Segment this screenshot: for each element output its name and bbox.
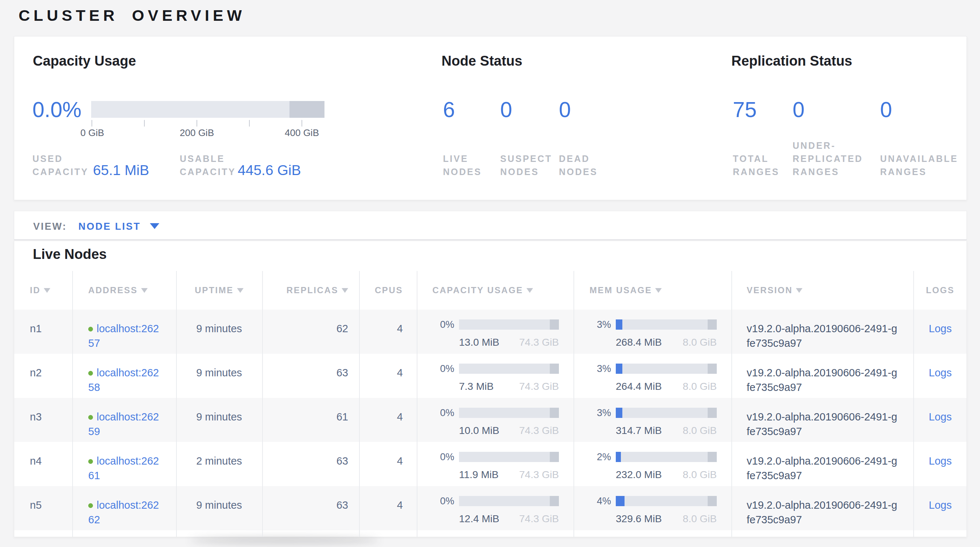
used-capacity-label-line2: CAPACITY	[32, 167, 89, 177]
mem-total-value: 8.0 GiB	[683, 423, 717, 438]
node-version: v19.2.0-alpha.20190606-2491-gfe735c9a97	[731, 486, 913, 530]
column-header-cpus[interactable]: CPUS	[359, 271, 417, 310]
node-logs-cell: Logs	[913, 442, 967, 486]
axis-tick-label: 400 GiB	[285, 127, 319, 138]
meter-reserved-segment	[550, 320, 559, 330]
column-header-capacity-usage[interactable]: CAPACITY USAGE	[417, 271, 573, 310]
node-logs-cell: Logs	[913, 310, 967, 354]
scroll-shadow	[189, 537, 379, 543]
node-logs-cell: Logs	[913, 354, 967, 398]
capacity-usage-heading: Capacity Usage	[33, 54, 136, 68]
node-cpus: 4	[359, 398, 417, 442]
mem-total-value: 8.0 GiB	[683, 379, 717, 394]
page-title: CLUSTER OVERVIEW	[19, 6, 245, 24]
column-header-id[interactable]: ID	[14, 271, 72, 310]
column-header-address[interactable]: ADDRESS	[72, 271, 176, 310]
capacity-usage-meter	[459, 452, 559, 462]
node-address-cell: localhost:26259	[72, 398, 176, 442]
axis-tick	[302, 120, 302, 127]
node-address-cell: localhost:26258	[72, 354, 176, 398]
sort-desc-icon	[237, 288, 243, 293]
logs-link[interactable]: Logs	[929, 367, 952, 378]
node-uptime: 9 minutes	[176, 398, 262, 442]
node-status-heading: Node Status	[442, 54, 522, 68]
column-header-label: MEM USAGE	[590, 285, 652, 296]
column-header-label: UPTIME	[195, 285, 233, 296]
column-header-uptime[interactable]: UPTIME	[176, 271, 262, 310]
axis-tick	[249, 120, 250, 127]
node-logs-cell: Logs	[913, 398, 967, 442]
live-nodes-panel: Live Nodes ID ADDRESS UPTIME REPLICAS	[14, 241, 967, 537]
suspect-nodes-label: SUSPECT	[500, 154, 552, 163]
capacity-bar-reserved-segment	[290, 101, 325, 118]
view-dropdown[interactable]: NODE LIST	[78, 221, 141, 232]
used-capacity-label-line1: USED	[32, 154, 63, 163]
node-cpus: 4	[359, 310, 417, 354]
column-header-label: ID	[30, 285, 40, 296]
meter-reserved-segment	[708, 496, 717, 506]
usable-capacity-label-line2: CAPACITY	[180, 167, 236, 177]
node-cpus: 4	[359, 486, 417, 530]
meter-fill	[616, 496, 625, 506]
meter-reserved-segment	[708, 408, 717, 418]
capacity-total-value: 74.3 GiB	[519, 423, 559, 438]
meter-reserved-segment	[708, 364, 717, 374]
total-ranges-label: RANGES	[733, 167, 780, 177]
summary-card: Capacity Usage 0.0% 0 GiB 200 GiB 400 Gi…	[14, 36, 967, 200]
meter-reserved-segment	[550, 408, 559, 418]
node-address-link[interactable]: localhost:26262	[88, 499, 159, 525]
column-header-label: CPUS	[375, 285, 403, 296]
capacity-percent-label: 0%	[433, 450, 459, 464]
meter-reserved-segment	[708, 452, 717, 462]
mem-usage-cell: 3% 264.4 MiB8.0 GiB	[573, 354, 731, 398]
under-replicated-ranges-label: REPLICATED	[792, 154, 863, 163]
mem-total-value: 8.0 GiB	[683, 512, 717, 526]
view-label: VIEW:	[33, 221, 67, 232]
mem-used-value: 268.4 MiB	[616, 335, 662, 350]
column-header-logs: LOGS	[913, 271, 967, 310]
live-status-dot-icon	[88, 415, 93, 420]
node-address-link[interactable]: localhost:26259	[88, 411, 159, 437]
capacity-percent-label: 0%	[433, 405, 459, 420]
node-address-link[interactable]: localhost:26261	[88, 455, 159, 481]
logs-link[interactable]: Logs	[929, 411, 952, 423]
node-id: n5	[14, 486, 72, 530]
node-address-link[interactable]: localhost:26257	[88, 323, 159, 349]
mem-percent-label: 3%	[590, 361, 616, 376]
mem-used-value: 329.6 MiB	[616, 512, 662, 526]
total-ranges-label: TOTAL	[733, 154, 769, 163]
column-header-label: ADDRESS	[88, 285, 138, 296]
logs-link[interactable]: Logs	[929, 323, 952, 334]
table-row: n2 localhost:26258 9 minutes 63 4 0% 7.3…	[14, 354, 967, 398]
mem-usage-meter	[616, 364, 717, 374]
node-address-cell: localhost:26261	[72, 442, 176, 486]
axis-tick-label: 200 GiB	[180, 127, 214, 138]
meter-fill	[616, 452, 621, 462]
column-header-version[interactable]: VERSION	[731, 271, 913, 310]
logs-link[interactable]: Logs	[929, 499, 952, 511]
node-replicas: 62	[262, 310, 359, 354]
node-address-cell: localhost:26262	[72, 486, 176, 530]
node-address-link[interactable]: localhost:26258	[88, 367, 159, 393]
capacity-usage-meter	[459, 496, 559, 506]
dead-nodes-label: DEAD	[559, 154, 590, 163]
table-row: n4 localhost:26261 2 minutes 63 4 0% 11.…	[14, 442, 967, 486]
column-header-replicas[interactable]: REPLICAS	[262, 271, 359, 310]
capacity-total-value: 74.3 GiB	[519, 335, 559, 350]
mem-usage-meter	[616, 320, 717, 330]
node-version: v19.2.0-alpha.20190606-2491-gfe735c9a97	[731, 354, 913, 398]
usable-capacity-label-line1: USABLE	[180, 154, 225, 163]
capacity-percent-label: 0%	[433, 494, 459, 508]
meter-reserved-segment	[708, 320, 717, 330]
logs-link[interactable]: Logs	[929, 455, 952, 467]
column-header-mem-usage[interactable]: MEM USAGE	[573, 271, 731, 310]
capacity-used-value: 13.0 MiB	[459, 335, 500, 350]
chevron-down-icon[interactable]	[150, 223, 159, 229]
live-nodes-heading: Live Nodes	[33, 247, 107, 261]
usable-capacity-value: 445.6 GiB	[238, 163, 301, 177]
table-row: n3 localhost:26259 9 minutes 61 4 0% 10.…	[14, 398, 967, 442]
mem-percent-label: 4%	[590, 494, 616, 508]
sort-desc-icon	[44, 288, 50, 293]
capacity-usage-bar	[91, 101, 325, 118]
node-uptime: 9 minutes	[176, 354, 262, 398]
